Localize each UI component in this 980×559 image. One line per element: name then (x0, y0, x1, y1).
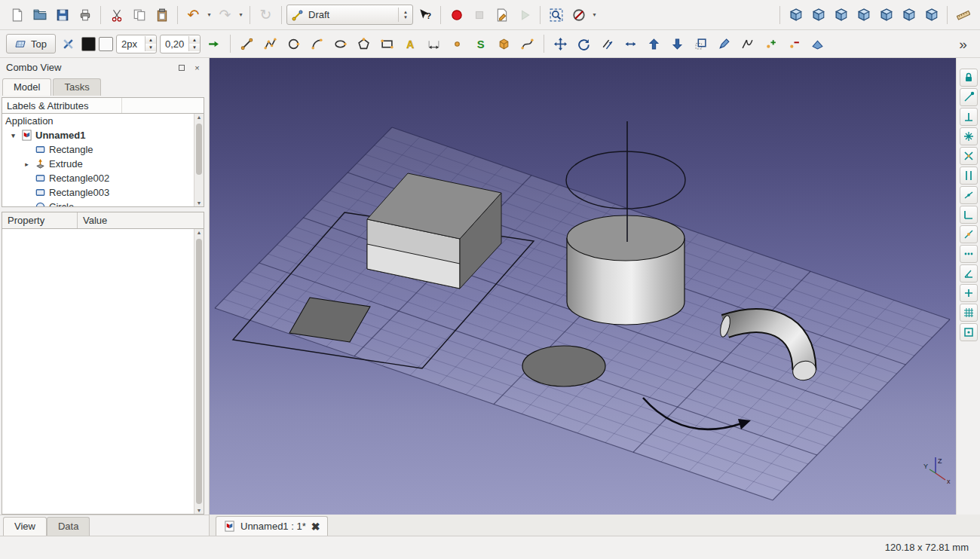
draft-scale-button[interactable] (690, 33, 712, 55)
tree-item-unnamed1[interactable]: ▾Unnamed1 (2, 128, 204, 142)
line-width-spin[interactable]: 2px▲▼ (116, 35, 157, 53)
tree-item-extrude[interactable]: ▸Extrude (2, 157, 204, 171)
cylinder-object[interactable] (567, 215, 684, 325)
selection-filter-button-dropdown[interactable]: ▾ (590, 11, 599, 18)
working-plane-button[interactable]: Top (6, 34, 56, 53)
macro-stop-button[interactable] (468, 4, 490, 26)
draft-bezier-button[interactable] (516, 33, 538, 55)
circle-wire-object[interactable] (566, 151, 685, 209)
draft-dimension-button[interactable] (423, 33, 445, 55)
draft-circle-button[interactable] (283, 33, 305, 55)
snap-midpoint-button[interactable] (960, 225, 978, 243)
draft-upgrade-button[interactable] (643, 33, 665, 55)
snap-extension-button[interactable] (960, 284, 978, 302)
snap-angle-button[interactable] (960, 264, 978, 283)
draft-wire-to-bspline-button[interactable] (737, 33, 758, 55)
text-scale-spin-down[interactable]: ▼ (189, 44, 200, 51)
tree-item-rectangle002[interactable]: Rectangle002 (2, 171, 204, 185)
close-panel-icon[interactable]: × (191, 62, 203, 73)
draft-add-point-button[interactable] (760, 33, 782, 55)
line-color-swatch[interactable] (81, 37, 96, 51)
tree-item-rectangle[interactable]: Rectangle (2, 142, 204, 157)
save-button[interactable] (51, 4, 73, 26)
workbench-selector[interactable]: Draft▲▼ (286, 5, 413, 25)
draft-offset-button[interactable] (596, 33, 618, 55)
tab-tasks[interactable]: Tasks (53, 78, 100, 96)
tree-item-circle[interactable]: Circle (2, 200, 204, 207)
new-file-button[interactable] (6, 4, 28, 26)
tree-item-application[interactable]: Application (2, 114, 204, 128)
draft-bspline-button[interactable]: S (470, 33, 492, 55)
whats-this-button[interactable]: ? (414, 4, 436, 26)
line-width-spin-up[interactable]: ▲ (145, 36, 156, 44)
draft-trimex-button[interactable] (620, 33, 642, 55)
fit-all-button[interactable] (545, 4, 567, 26)
toolbar-overflow-button[interactable]: » (952, 33, 974, 55)
tree-item-rectangle003[interactable]: Rectangle003 (2, 185, 204, 200)
view-rear-button[interactable] (875, 4, 897, 26)
snap-working-plane-button[interactable] (960, 323, 978, 341)
construction-mode-button[interactable] (57, 33, 79, 55)
measure-distance-button[interactable] (952, 4, 974, 26)
macro-record-button[interactable] (446, 4, 467, 26)
draft-facebinder-button[interactable] (493, 33, 515, 55)
line-width-spin-down[interactable]: ▼ (145, 44, 156, 51)
draft-line-button[interactable] (236, 33, 258, 55)
draft-downgrade-button[interactable] (666, 33, 688, 55)
selection-filter-button[interactable] (568, 4, 590, 26)
view-front-button[interactable] (807, 4, 829, 26)
expander-icon[interactable]: ▾ (8, 132, 18, 139)
snap-special-button[interactable] (960, 245, 978, 263)
undo-button-dropdown[interactable]: ▾ (205, 11, 213, 18)
disc-object[interactable] (522, 346, 605, 386)
draft-edit-button[interactable] (713, 33, 735, 55)
expander-icon[interactable]: ▸ (22, 160, 32, 168)
refresh-button[interactable]: ↻ (255, 4, 277, 26)
draft-del-point-button[interactable] (783, 33, 805, 55)
tab-data[interactable]: Data (47, 517, 90, 536)
face-color-swatch[interactable] (99, 37, 113, 51)
print-button[interactable] (74, 4, 96, 26)
snap-grid-button[interactable] (960, 304, 978, 322)
macro-play-button[interactable] (513, 4, 535, 26)
snap-lock-button[interactable] (960, 69, 978, 87)
draft-arc-button[interactable] (306, 33, 328, 55)
snap-endpoint-button[interactable] (960, 88, 978, 106)
close-tab-icon[interactable]: ✖ (311, 521, 320, 532)
view-left-button[interactable] (920, 4, 942, 26)
apply-style-button[interactable] (203, 33, 225, 55)
redo-button[interactable]: ↷ (214, 4, 236, 26)
cut-button[interactable] (106, 4, 127, 26)
snap-perpendicular-button[interactable] (960, 108, 978, 126)
undo-button[interactable]: ↶ (182, 4, 204, 26)
draft-wire-button[interactable] (259, 33, 281, 55)
snap-ortho-button[interactable] (960, 206, 978, 224)
draft-move-button[interactable] (550, 33, 571, 55)
view-right-button[interactable] (853, 4, 874, 26)
draft-text-button[interactable]: A (400, 33, 421, 55)
redo-button-dropdown[interactable]: ▾ (237, 11, 245, 18)
copy-button[interactable] (128, 4, 150, 26)
workbench-selector-arrows[interactable]: ▲▼ (398, 8, 408, 22)
tab-view[interactable]: View (3, 517, 47, 536)
text-scale-spin[interactable]: 0,20▲▼ (160, 35, 201, 53)
draft-polygon-button[interactable] (353, 33, 375, 55)
view-top-button[interactable] (830, 4, 852, 26)
text-scale-spin-up[interactable]: ▲ (189, 36, 200, 44)
draft-shape2dview-button[interactable] (807, 33, 828, 55)
3d-viewport[interactable]: Z Y x (210, 58, 956, 515)
open-file-button[interactable] (29, 4, 51, 26)
snap-intersection-button[interactable] (960, 147, 978, 165)
float-panel-icon[interactable] (176, 62, 187, 73)
paste-button[interactable] (151, 4, 173, 26)
snap-center-button[interactable] (960, 127, 978, 145)
view-axonometric-button[interactable] (785, 4, 807, 26)
macro-edit-button[interactable] (491, 4, 513, 26)
property-scrollbar[interactable]: ▲▼ (194, 229, 204, 514)
draft-rotate-button[interactable] (573, 33, 595, 55)
document-tab[interactable]: Unnamed1 : 1* ✖ (216, 516, 328, 536)
draft-ellipse-button[interactable] (329, 33, 351, 55)
tab-model[interactable]: Model (2, 78, 51, 96)
snap-near-button[interactable] (960, 186, 978, 204)
draft-point-button[interactable] (446, 33, 468, 55)
